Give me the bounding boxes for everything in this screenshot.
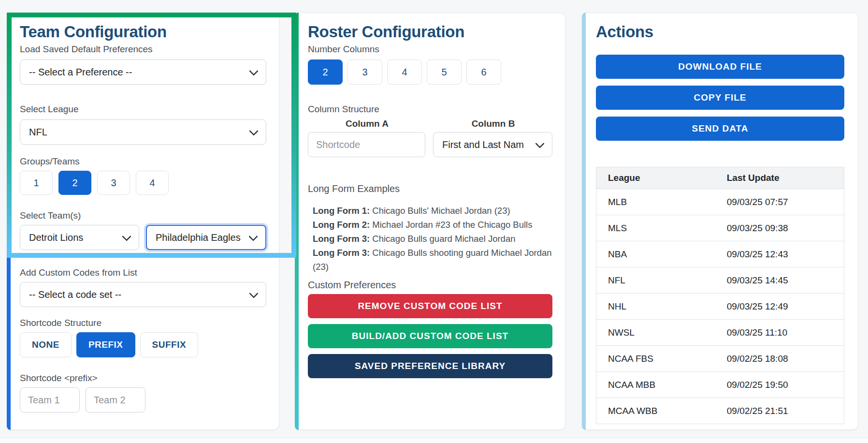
last-update-cell: 09/03/25 11:10 [715, 320, 844, 346]
league-cell: NHL [596, 294, 715, 320]
table-row: NWSL 09/03/25 11:10 [596, 320, 844, 346]
column-headers-row: Column A Column B [308, 118, 552, 129]
page-bottom-strip [0, 438, 868, 443]
groups-button-2[interactable]: 2 [58, 171, 91, 195]
code-set-select-value: -- Select a code set -- [29, 289, 121, 300]
table-header-row: League Last Update [596, 167, 844, 189]
preference-select[interactable]: -- Select a Preference -- [20, 59, 266, 85]
league-cell: NWSL [596, 320, 715, 346]
last-update-cell: 09/03/25 14:45 [715, 267, 844, 294]
long-form-2-label: Long Form 2: [313, 220, 370, 230]
last-update-cell: 09/03/25 09:38 [715, 215, 844, 241]
custom-preferences-label: Custom Preferences [308, 280, 552, 290]
structure-prefix-button[interactable]: PREFIX [76, 332, 135, 357]
league-select[interactable]: NFL [20, 119, 266, 145]
custom-pref-buttons: REMOVE CUSTOM CODE LIST BUILD/ADD CUSTOM… [308, 294, 552, 378]
table-row: NCAA MBB 09/02/25 19:50 [596, 372, 844, 398]
structure-suffix-button[interactable]: SUFFIX [140, 332, 199, 357]
column-b-select[interactable]: First and Last Nam [433, 132, 552, 157]
league-cell: NCAA FBS [596, 346, 715, 372]
league-column-header: League [596, 167, 715, 189]
send-data-button[interactable]: SEND DATA [596, 117, 844, 141]
actions-title: Actions [596, 22, 844, 42]
team2-prefix-input[interactable] [86, 387, 145, 413]
code-set-select[interactable]: -- Select a code set -- [20, 282, 266, 307]
team-a-select[interactable]: Detroit Lions [20, 225, 139, 250]
actions-card-accent-bar [582, 13, 586, 430]
shortcode-prefix-label: Shortcode <prefix> [20, 373, 266, 384]
groups-button-1[interactable]: 1 [20, 171, 53, 195]
columns-button-6[interactable]: 6 [466, 59, 501, 85]
number-columns-row: 2 3 4 5 6 [308, 59, 552, 85]
column-b-label: Column B [434, 118, 552, 129]
long-form-4-label: Long Form 3: [313, 248, 370, 258]
columns-button-5[interactable]: 5 [427, 59, 462, 85]
preference-select-value: -- Select a Preference -- [29, 67, 132, 78]
long-form-1-label: Long Form 1: [313, 206, 370, 216]
last-update-cell: 09/02/25 18:08 [715, 346, 844, 372]
saved-preference-library-button[interactable]: SAVED PREFERENCE LIBRARY [308, 354, 552, 378]
team-a-select-value: Detroit Lions [29, 232, 83, 243]
groups-teams-label: Groups/Teams [20, 156, 266, 167]
prefix-inputs-row [20, 387, 266, 413]
last-update-column-header: Last Update [715, 167, 844, 189]
structure-button-row: NONE PREFIX SUFFIX [20, 332, 266, 357]
table-row: NBA 09/03/25 12:43 [596, 241, 844, 267]
column-b-select-value: First and Last Nam [442, 139, 524, 150]
groups-button-row: 1 2 3 4 [20, 171, 266, 195]
long-form-1: Long Form 1: Chicago Bulls' Michael Jord… [313, 204, 552, 218]
table-row: MLB 09/03/25 07:57 [596, 189, 844, 215]
league-cell: NCAA MBB [596, 372, 715, 398]
last-update-cell: 09/03/25 07:57 [715, 189, 844, 215]
column-structure-label: Column Structure [308, 104, 552, 115]
long-form-examples-label: Long Form Examples [308, 183, 552, 194]
last-update-cell: 09/03/25 12:43 [715, 241, 844, 267]
league-cell: MLS [596, 215, 715, 241]
actions-buttons: DOWNLOAD FILE COPY FILE SEND DATA [596, 55, 844, 141]
structure-none-button[interactable]: NONE [20, 332, 72, 357]
league-cell: NFL [596, 267, 715, 294]
load-preferences-label: Load Saved Default Preferences [20, 44, 266, 55]
chevron-down-icon [249, 66, 259, 76]
chevron-down-icon [249, 126, 259, 136]
table-row: NHL 09/03/25 12:49 [596, 294, 844, 320]
copy-file-button[interactable]: COPY FILE [596, 86, 844, 110]
league-select-value: NFL [29, 127, 47, 138]
long-form-1-text: Chicago Bulls' Michael Jordan (23) [372, 206, 510, 216]
remove-custom-code-list-button[interactable]: REMOVE CUSTOM CODE LIST [308, 294, 552, 318]
long-form-4: Long Form 3: Chicago Bulls shooting guar… [313, 246, 552, 274]
team-config-title: Team Configuration [20, 22, 266, 42]
chevron-down-icon [248, 232, 258, 241]
table-row: NFL 09/03/25 14:45 [596, 267, 844, 294]
team-b-select-value: Philadelphia Eagles [156, 232, 241, 243]
columns-button-3[interactable]: 3 [347, 59, 382, 85]
roster-configuration-card: Roster Configuration Number Columns 2 3 … [295, 13, 565, 430]
column-controls-row: First and Last Nam [308, 132, 552, 157]
long-form-3-text: Chicago Bulls guard Michael Jordan [372, 234, 515, 244]
last-update-cell: 09/02/25 21:51 [715, 398, 844, 424]
select-teams-label: Select Team(s) [20, 210, 266, 221]
league-cell: MLB [596, 189, 715, 215]
groups-button-3[interactable]: 3 [97, 171, 130, 195]
column-a-label: Column A [308, 118, 426, 129]
shortcode-structure-label: Shortcode Structure [20, 318, 266, 328]
league-cell: MCAA WBB [596, 398, 715, 424]
long-form-3-label: Long Form 3: [313, 234, 370, 244]
table-row: MLS 09/03/25 09:38 [596, 215, 844, 241]
chevron-down-icon [122, 232, 131, 241]
team1-prefix-input[interactable] [20, 387, 80, 413]
last-update-cell: 09/02/25 19:50 [715, 372, 844, 398]
column-a-input[interactable] [308, 132, 425, 157]
long-form-3: Long Form 3: Chicago Bulls guard Michael… [313, 232, 552, 246]
number-columns-label: Number Columns [308, 44, 552, 55]
columns-button-4[interactable]: 4 [387, 59, 422, 85]
build-add-custom-code-list-button[interactable]: BUILD/ADD CUSTOM CODE LIST [308, 324, 552, 348]
download-file-button[interactable]: DOWNLOAD FILE [596, 55, 844, 79]
columns-button-2[interactable]: 2 [308, 59, 343, 85]
table-row: MCAA WBB 09/02/25 21:51 [596, 398, 844, 424]
table-row: NCAA FBS 09/02/25 18:08 [596, 346, 844, 372]
team-b-select[interactable]: Philadelphia Eagles [146, 225, 266, 250]
chevron-down-icon [535, 139, 545, 148]
roster-card-accent-bar [295, 13, 299, 430]
groups-button-4[interactable]: 4 [136, 171, 169, 195]
